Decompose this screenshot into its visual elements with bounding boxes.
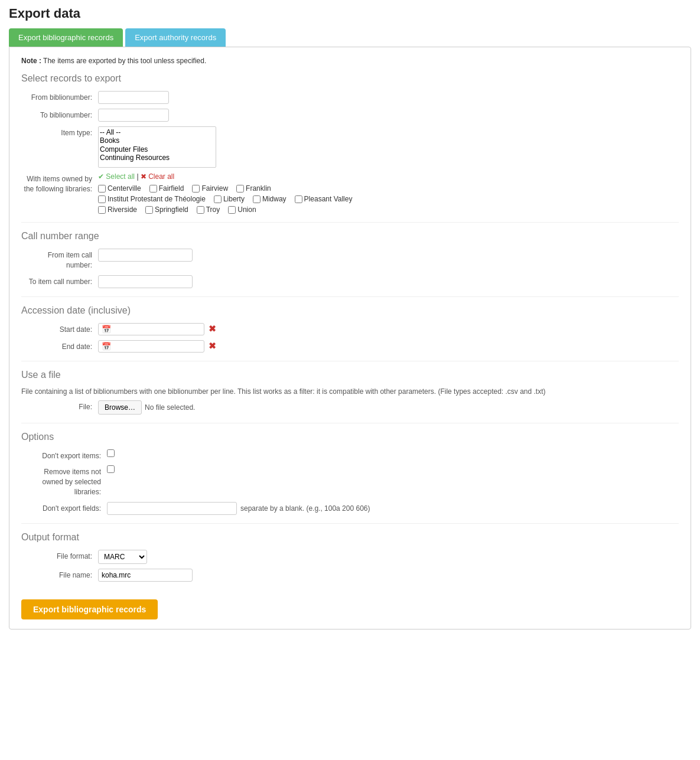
calendar-icon-end[interactable]: 📅 — [102, 342, 111, 351]
remove-items-label: Remove items not owned by selected libra… — [21, 465, 107, 497]
tabs-bar: Export bibliographic records Export auth… — [9, 28, 691, 47]
cb-institut[interactable] — [98, 195, 106, 203]
accession-date-section: Accession date (inclusive) Start date: 📅… — [21, 305, 679, 353]
libraries-row-2: Institut Protestant de Théologie Liberty… — [98, 195, 679, 203]
end-date-row: End date: 📅 ✖ — [21, 340, 679, 353]
tab-authority[interactable]: Export authority records — [125, 28, 226, 47]
output-format-section: Output format File format: MARC XML File… — [21, 532, 679, 582]
cb-riverside[interactable] — [98, 206, 106, 214]
checkbox-institut[interactable]: Institut Protestant de Théologie — [98, 195, 206, 203]
end-date-controls: 📅 ✖ — [98, 340, 679, 353]
checkbox-pleasant-valley[interactable]: Pleasant Valley — [295, 195, 353, 203]
remove-items-checkbox[interactable] — [107, 465, 115, 473]
select-records-title: Select records to export — [21, 73, 679, 84]
use-file-title: Use a file — [21, 370, 679, 380]
checkbox-centerville[interactable]: Centerville — [98, 184, 141, 193]
output-format-title: Output format — [21, 532, 679, 543]
file-row: File: Browse… No file selected. — [21, 400, 679, 415]
start-date-wrapper: 📅 — [98, 323, 204, 335]
cb-troy[interactable] — [197, 206, 204, 214]
from-biblionumber-row: From biblionumber: — [21, 91, 679, 104]
cb-pleasant-valley[interactable] — [295, 195, 302, 203]
options-section: Options Don't export items: Remove items… — [21, 432, 679, 515]
checkbox-liberty[interactable]: Liberty — [214, 195, 245, 203]
cb-fairfield[interactable] — [149, 185, 157, 193]
times-icon: ✖ — [141, 172, 146, 181]
dont-export-items-label: Don't export items: — [21, 449, 107, 461]
cb-centerville[interactable] — [98, 185, 106, 193]
from-biblionumber-label: From biblionumber: — [21, 91, 98, 103]
file-name-input[interactable]: koha.mrc — [98, 569, 193, 582]
to-biblionumber-row: To biblionumber: — [21, 109, 679, 122]
dont-export-items-row: Don't export items: — [21, 449, 679, 461]
export-bibliographic-button[interactable]: Export bibliographic records — [21, 599, 158, 619]
tab-bibliographic[interactable]: Export bibliographic records — [9, 28, 123, 47]
cb-midway[interactable] — [253, 195, 261, 203]
checkbox-troy[interactable]: Troy — [197, 206, 220, 214]
from-call-input[interactable] — [98, 249, 193, 262]
item-type-option-books: Books — [100, 136, 214, 145]
to-biblionumber-input[interactable] — [98, 109, 169, 122]
file-format-select[interactable]: MARC XML — [98, 550, 147, 564]
cb-liberty[interactable] — [214, 195, 222, 203]
no-file-text: No file selected. — [145, 403, 195, 412]
clear-start-date-icon[interactable]: ✖ — [209, 324, 216, 334]
from-call-label: From item call number: — [21, 249, 98, 270]
end-date-input[interactable] — [113, 342, 196, 350]
file-format-row: File format: MARC XML — [21, 550, 679, 564]
browse-button[interactable]: Browse… — [98, 400, 142, 415]
cb-franklin[interactable] — [236, 185, 244, 193]
file-format-label: File format: — [21, 550, 98, 562]
checkbox-fairfield[interactable]: Fairfield — [149, 184, 184, 193]
dont-export-fields-input[interactable] — [107, 502, 237, 515]
cb-springfield[interactable] — [145, 206, 153, 214]
export-btn-row: Export bibliographic records — [21, 588, 679, 619]
cb-fairview[interactable] — [192, 185, 200, 193]
from-biblionumber-input[interactable] — [98, 91, 169, 104]
file-label: File: — [21, 400, 98, 412]
dont-export-fields-label: Don't export fields: — [21, 502, 107, 514]
file-name-row: File name: koha.mrc — [21, 569, 679, 582]
libraries-row-3: Riverside Springfield Troy Union — [98, 206, 679, 214]
item-type-option-all: -- All -- — [100, 128, 214, 136]
libraries-row-1: Centerville Fairfield Fairview Franklin — [98, 184, 679, 193]
select-all-row: ✔ Select all | ✖ Clear all — [98, 172, 679, 181]
libraries-checkboxes: Centerville Fairfield Fairview Franklin — [98, 184, 679, 214]
item-type-option-computer-files: Computer Files — [100, 145, 214, 154]
call-number-section: Call number range From item call number:… — [21, 231, 679, 288]
checkbox-riverside[interactable]: Riverside — [98, 206, 137, 214]
libraries-label: With items owned by the following librar… — [21, 172, 98, 194]
page-title: Export data — [9, 6, 691, 21]
item-type-row: Item type: -- All -- Books Computer File… — [21, 126, 679, 168]
clear-end-date-icon[interactable]: ✖ — [209, 341, 216, 351]
cb-union[interactable] — [228, 206, 236, 214]
item-type-label: Item type: — [21, 126, 98, 138]
end-date-label: End date: — [21, 340, 98, 352]
calendar-icon-start[interactable]: 📅 — [102, 325, 111, 334]
checkbox-springfield[interactable]: Springfield — [145, 206, 188, 214]
item-type-select[interactable]: -- All -- Books Computer Files Continuin… — [98, 126, 216, 168]
checkbox-fairview[interactable]: Fairview — [192, 184, 228, 193]
select-all-link[interactable]: Select all — [106, 172, 135, 181]
fields-helper-text: separate by a blank. (e.g., 100a 200 606… — [240, 504, 370, 513]
to-biblionumber-label: To biblionumber: — [21, 109, 98, 120]
checkbox-union[interactable]: Union — [228, 206, 256, 214]
checkbox-midway[interactable]: Midway — [253, 195, 286, 203]
start-date-input[interactable] — [113, 325, 196, 333]
call-number-title: Call number range — [21, 231, 679, 242]
file-name-label: File name: — [21, 569, 98, 580]
to-call-row: To item call number: — [21, 275, 679, 288]
item-type-option-continuing: Continuing Resources — [100, 154, 214, 162]
dont-export-items-checkbox[interactable] — [107, 449, 115, 457]
file-description: File containing a list of biblionumbers … — [21, 387, 679, 396]
remove-items-row: Remove items not owned by selected libra… — [21, 465, 679, 497]
checkbox-franklin[interactable]: Franklin — [236, 184, 271, 193]
clear-all-link[interactable]: Clear all — [148, 172, 174, 181]
use-file-section: Use a file File containing a list of bib… — [21, 370, 679, 415]
options-title: Options — [21, 432, 679, 442]
from-call-row: From item call number: — [21, 249, 679, 270]
select-records-section: Select records to export From biblionumb… — [21, 73, 679, 214]
to-call-input[interactable] — [98, 275, 193, 288]
dont-export-fields-row: Don't export fields: separate by a blank… — [21, 502, 679, 515]
end-date-wrapper: 📅 — [98, 340, 204, 353]
